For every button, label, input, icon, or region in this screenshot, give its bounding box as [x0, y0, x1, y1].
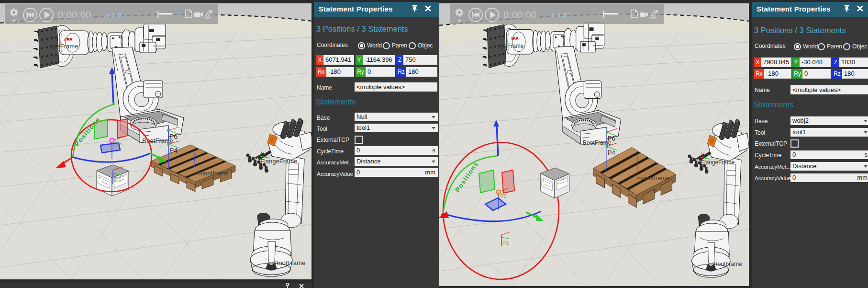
svg-text:P3: P3	[501, 194, 507, 199]
svg-text:mountframe: mountframe	[636, 174, 669, 182]
svg-text:P1: P1	[113, 176, 122, 184]
svg-text:P2: P2	[113, 143, 118, 148]
svg-text:P1: P1	[502, 240, 509, 246]
svg-text:mountframe: mountframe	[195, 170, 228, 177]
